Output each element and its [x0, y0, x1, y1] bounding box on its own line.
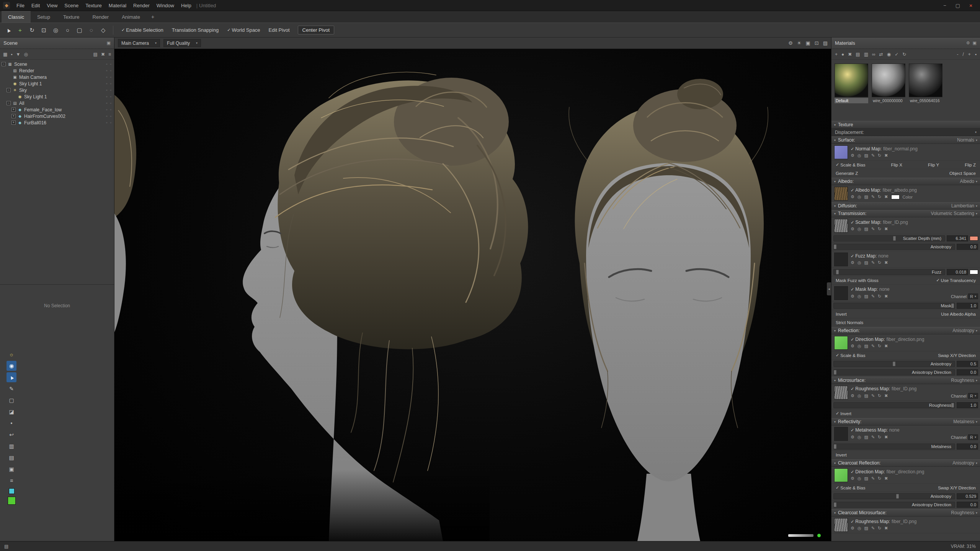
material-thumb-default[interactable]: Default	[835, 64, 868, 103]
section-header-clearcoat-microsurface[interactable]: ▾Clearcoat Microsurface:Roughness▾	[831, 509, 980, 517]
lock-icon[interactable]: ▫	[106, 108, 108, 112]
expander-icon[interactable]: +	[11, 121, 16, 125]
material-thumb-wire-055064016[interactable]: wire_055064016	[909, 64, 942, 103]
clear-icon[interactable]: ✖	[884, 194, 888, 199]
menu-material[interactable]: Material	[105, 3, 130, 8]
channel-select[interactable]: R▾	[968, 293, 978, 299]
popout-icon[interactable]: ▣	[973, 41, 977, 46]
tab-animate[interactable]: Animate	[115, 11, 147, 23]
swap-x-y-direction-toggle[interactable]: Swap X/Y Direction	[938, 486, 976, 490]
reload-icon[interactable]: ↻	[878, 526, 881, 531]
visibility-icon[interactable]: ◦	[110, 68, 111, 73]
section-mode-dropdown[interactable]: Metalness▾	[953, 419, 977, 424]
tree-item-main-camera[interactable]: ▣Main Camera▫◦	[0, 74, 114, 80]
section-mode-dropdown[interactable]: Lambertian▾	[951, 203, 977, 209]
section-mode-dropdown[interactable]: Roughness▾	[951, 510, 977, 515]
lock-icon[interactable]: ▫	[106, 101, 108, 105]
fill-icon[interactable]: ▨	[864, 435, 868, 440]
camera-select[interactable]: Main Camera ▾	[118, 39, 160, 47]
lock-icon[interactable]: ▫	[106, 75, 108, 79]
clear-icon[interactable]: ✖	[884, 393, 888, 398]
material-thumb-wire-000000000[interactable]: wire_000000000	[872, 64, 905, 103]
delete-icon[interactable]: ✖	[101, 52, 105, 57]
object-space-toggle[interactable]: Object Space	[949, 171, 976, 176]
maximize-button[interactable]: ▢	[952, 3, 964, 8]
visibility-icon[interactable]: ◦	[110, 101, 111, 105]
anisotropy-slider[interactable]: Anisotropy0.5	[831, 360, 980, 368]
section-header-reflectivity[interactable]: ▾Reflectivity:Metalness▾	[831, 418, 980, 425]
add-tab-button[interactable]: +	[147, 11, 159, 23]
settings-icon[interactable]: ⚙	[851, 476, 854, 481]
edit-icon[interactable]: ✎	[871, 393, 875, 398]
anisotropy-value[interactable]: 0.0	[957, 244, 978, 250]
visibility-icon[interactable]: ◉	[887, 52, 891, 57]
viewport-canvas[interactable]	[114, 49, 831, 541]
reload-icon[interactable]: ↻	[878, 153, 881, 158]
apply-icon[interactable]: ✓	[894, 52, 899, 57]
reload-icon[interactable]: ↻	[878, 393, 881, 398]
scatter-depth-mm-value[interactable]: 6.341	[947, 235, 968, 241]
visibility-icon[interactable]: ◦	[110, 114, 111, 118]
folder-icon[interactable]: ▤	[855, 52, 860, 57]
section-header-clearcoat-reflection[interactable]: ▾Clearcoat Reflection:Anisotropy▾	[831, 459, 980, 467]
locate-icon[interactable]: ◎	[858, 526, 861, 531]
translation-snapping-toggle[interactable]: Translation Snapping	[172, 27, 219, 33]
quality-select[interactable]: Full Quality ▾	[163, 39, 201, 47]
edit-icon[interactable]: ✎	[871, 476, 875, 481]
anisotropy-direction-slider[interactable]: Anisotropy Direction0.0	[831, 500, 980, 509]
sphere-icon[interactable]: ●	[841, 52, 844, 57]
edit-icon[interactable]: ✎	[871, 344, 875, 349]
fill-icon[interactable]: ▨	[864, 153, 868, 158]
flip-x-toggle[interactable]: Flip X	[891, 163, 902, 167]
clear-icon[interactable]: ✖	[848, 52, 852, 57]
search-icon[interactable]: ◎	[24, 52, 28, 57]
roughness-map-thumbnail[interactable]	[834, 518, 848, 532]
capture-icon[interactable]: ▣	[806, 40, 810, 46]
scale-bias-toggle[interactable]: ✓Scale & Bias	[836, 485, 865, 490]
settings-icon[interactable]: ⚙	[851, 435, 854, 440]
tab-render[interactable]: Render	[86, 11, 116, 23]
edit-icon[interactable]: ✎	[871, 435, 875, 440]
fill-icon[interactable]: ▨	[864, 526, 868, 531]
lock-icon[interactable]: ▫	[106, 82, 108, 86]
fill-icon[interactable]: ▨	[864, 260, 868, 265]
anisotropy-slider[interactable]: Anisotropy0.529	[831, 492, 980, 500]
locate-icon[interactable]: ◎	[858, 344, 861, 349]
flip-z-toggle[interactable]: Flip Z	[965, 163, 976, 167]
filter-icon[interactable]: ▼	[16, 52, 21, 57]
fill-icon[interactable]: ▨	[864, 227, 868, 231]
fullscreen-icon[interactable]: ⊡	[815, 40, 819, 46]
lock-icon[interactable]: ▫	[106, 95, 108, 99]
layers-icon[interactable]: ▤	[7, 453, 16, 463]
locate-icon[interactable]: ◎	[858, 153, 861, 158]
edit-icon[interactable]: ✎	[871, 194, 875, 199]
clear-icon[interactable]: ✖	[884, 227, 888, 231]
pivot-tool-icon[interactable]: ◎	[51, 25, 61, 35]
visibility-icon[interactable]: ◦	[110, 82, 111, 86]
visibility-icon[interactable]: ◦	[110, 121, 111, 125]
visibility-tool-icon[interactable]: ◉	[7, 361, 16, 371]
clear-icon[interactable]: ✖	[884, 294, 888, 299]
section-header-albedo[interactable]: ▾Albedo:Albedo▾	[831, 178, 980, 185]
section-header-transmission[interactable]: ▾Transmission:Volumetric Scattering▾	[831, 210, 980, 217]
swap-icon[interactable]: ⇄	[879, 52, 884, 57]
invert-toggle[interactable]: Invert	[836, 312, 847, 316]
trash-icon[interactable]: ▥	[864, 52, 869, 57]
anisotropy-value[interactable]: 0.529	[957, 493, 978, 499]
metalness-map-thumbnail[interactable]	[834, 427, 848, 441]
flip-y-toggle[interactable]: Flip Y	[928, 163, 939, 167]
slider-handle[interactable]	[834, 370, 836, 375]
visibility-icon[interactable]: ◦	[110, 108, 111, 112]
edit-icon[interactable]: ✎	[871, 227, 875, 231]
direction-map-thumbnail[interactable]	[834, 336, 848, 350]
visibility-icon[interactable]: ◦	[110, 95, 111, 99]
expander-icon[interactable]: +	[11, 108, 16, 112]
clear-icon[interactable]: ✖	[884, 344, 888, 349]
slider-handle[interactable]	[896, 494, 899, 499]
mask-map-thumbnail[interactable]	[834, 286, 848, 300]
settings-icon[interactable]: ⚙	[851, 393, 854, 398]
select-cursor-icon[interactable]: ▲	[7, 372, 16, 382]
tree-item-scene[interactable]: −▦Scene▫◦	[0, 61, 114, 67]
scatter-depth-mm-color-swatch[interactable]	[970, 236, 978, 241]
metalness-value[interactable]: 0.0	[957, 443, 978, 450]
